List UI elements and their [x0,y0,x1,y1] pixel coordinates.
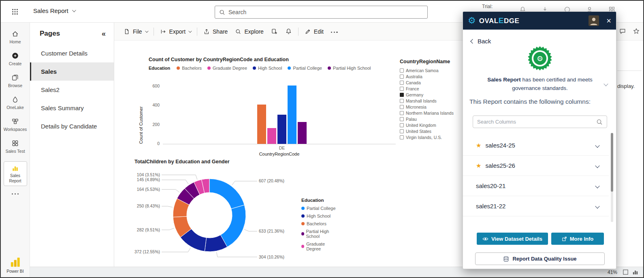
chart-view-icon[interactable] [632,269,638,275]
y-axis-ticks: 0200400600 [148,82,160,144]
bar-partial-college[interactable] [288,86,296,144]
app-launcher-waffle-icon[interactable] [11,8,19,15]
nav-workspaces[interactable]: Workspaces [4,118,27,132]
nav-create[interactable]: Create [9,52,22,66]
chevron-down-icon [72,8,76,12]
favorite-star-icon[interactable] [633,28,640,35]
donut-segment-633-21-36[interactable] [221,205,246,247]
share-button[interactable]: Share [200,26,231,38]
nav-sales-test-workspace[interactable]: Sales Test [5,139,25,154]
edit-button[interactable]: Edit [301,26,327,38]
slicer-item-germany[interactable]: Germany [400,92,461,98]
bar-chart-visual[interactable]: Count of Customer by CountryRegionCode a… [149,57,401,159]
page-item-details-by-candidate[interactable]: Details by Candidate [30,117,114,135]
slicer-item-united-states[interactable]: United States [400,128,461,134]
checkbox-icon[interactable] [400,105,404,109]
page-item-sales[interactable]: Sales [30,62,114,81]
bar-graduate-degree[interactable] [267,128,276,144]
bar-bachelors[interactable] [257,105,266,144]
checkbox-icon[interactable] [400,99,404,103]
explore-button[interactable]: Explore [231,26,267,38]
slicer-item-marshall-islands[interactable]: Marshall Islands [400,98,461,104]
column-name: sales21-22 [476,203,505,210]
column-row-sales20-21[interactable]: sales20-21 [463,176,609,196]
bar-high-school[interactable] [277,115,286,144]
back-label: Back [478,38,491,45]
fit-to-page-icon[interactable] [623,269,629,275]
slicer-item-micronesia[interactable]: Micronesia [400,104,461,110]
page-item-sales-summary[interactable]: Sales Summary [30,99,114,117]
checkbox-icon[interactable] [400,75,404,79]
donut-segment-607-20-48[interactable] [209,179,244,209]
chevron-down-icon[interactable] [595,163,599,168]
slicer-item-united-kingdom[interactable]: United Kingdom [400,122,461,128]
checkbox-icon[interactable] [400,93,404,97]
scrollbar-thumb[interactable] [611,133,613,192]
columns-search[interactable] [473,115,607,128]
columns-heading: This Report contains the following colum… [469,98,591,105]
more-info-button[interactable]: More Info [551,233,604,245]
back-button[interactable]: Back [471,38,491,45]
slicer-item-france[interactable]: France [400,86,461,92]
checkbox-icon[interactable] [400,81,404,85]
columns-search-input[interactable] [477,119,596,125]
donut-leader-line [217,252,257,257]
slicer-item-label: Canada [406,80,421,85]
global-search[interactable] [215,6,428,19]
report-data-quality-issue-button[interactable]: Report Data Quality Issue [475,252,605,265]
slicer-item-northern-mariana-islands[interactable]: Northern Mariana Islands [400,110,461,116]
donut-chart[interactable]: 607 (20.48%)633 (21.36%)304 (10.26%)372 … [118,162,305,267]
checkbox-icon[interactable] [400,117,404,121]
nav-sales-report-active[interactable]: Sales Report [4,161,27,186]
power-bi-window: Sales Report Trial: Home Create Browse [0,0,644,278]
checkbox-icon[interactable] [400,129,404,133]
legend-label: Partial College [307,206,336,211]
chevron-down-icon[interactable] [595,204,599,208]
slicer-item-american-samoa[interactable]: American Samoa [400,67,461,73]
right-strip-divider [617,71,642,71]
donut-leader-line [162,206,173,207]
bar-partial-high-school[interactable] [298,122,307,144]
view-dataset-details-button[interactable]: View Dataset Details [477,233,548,245]
nav-label: OneLake [6,105,24,110]
export-menu-button[interactable]: Export [156,26,194,38]
donut-chart-visual[interactable]: TotalChildren by Education and Gender 60… [118,159,337,267]
checkbox-icon[interactable] [400,123,404,127]
chevron-down-icon[interactable] [595,143,599,148]
collapse-panel-icon[interactable]: « [102,30,106,37]
expand-certification-chevron-icon[interactable] [603,81,608,86]
slicer-item-canada[interactable]: Canada [400,79,461,86]
country-region-slicer[interactable]: CountryRegionName American SamoaAustrali… [400,59,461,149]
comments-bubble-icon[interactable] [619,28,626,35]
search-input[interactable] [228,9,423,15]
column-row-sales24-25[interactable]: ★sales24-25 [463,135,609,156]
page-item-sales2[interactable]: Sales2 [30,81,114,99]
page-item-customer-details[interactable]: Customer Details [30,44,114,62]
slicer-item-australia[interactable]: Australia [400,73,461,79]
report-title-dropdown[interactable]: Sales Report [33,7,75,14]
checkbox-icon[interactable] [400,68,404,73]
checkbox-icon[interactable] [400,111,404,115]
explore-icon [235,28,241,35]
file-menu-button[interactable]: File [120,26,151,38]
subscribe-bell-button[interactable] [281,25,296,38]
chevron-down-icon[interactable] [595,184,599,188]
checkbox-icon[interactable] [400,87,404,91]
slicer-item-palau[interactable]: Palau [400,116,461,122]
nav-home[interactable]: Home [9,30,21,44]
checkbox-icon[interactable] [400,135,404,139]
close-icon[interactable]: × [606,17,611,25]
nav-label: Sales Test [5,149,25,154]
checklist-add-button[interactable] [267,25,281,38]
user-avatar[interactable] [589,15,599,26]
slicer-item-label: Marshall Islands [406,98,437,103]
toolbar-more-button[interactable] [327,27,341,36]
nav-browse[interactable]: Browse [8,74,22,88]
column-row-sales21-22[interactable]: sales21-22 [463,196,609,216]
nav-onelake[interactable]: OneLake [6,96,24,110]
slicer-item-virgin-islands-u-s[interactable]: Virgin Islands, U.S. [400,134,461,140]
column-row-sales25-26[interactable]: ★sales25-26 [463,156,609,176]
rail-more-icon[interactable] [12,193,19,195]
copy-add-icon [271,28,278,35]
file-icon [124,28,130,35]
